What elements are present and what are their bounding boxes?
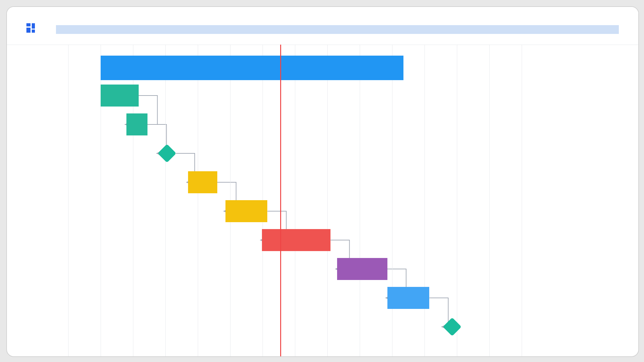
gantt-chart[interactable] [7,45,638,356]
gridline [295,45,295,356]
milestone-diamond-icon[interactable] [443,317,461,336]
task-bar[interactable] [262,229,330,251]
gridline [425,45,425,356]
task-bar[interactable] [188,171,217,193]
app-logo-icon [26,23,36,33]
milestone-diamond-icon[interactable] [158,144,176,162]
title-placeholder [56,25,619,34]
gantt-window [6,6,639,357]
task-bar[interactable] [126,113,147,135]
gridline [68,45,69,356]
task-bar[interactable] [225,200,268,222]
gridline [327,45,328,356]
gridline [522,45,522,356]
task-bar[interactable] [387,287,430,309]
gridline [198,45,198,356]
summary-bar[interactable] [101,56,403,80]
header [7,7,638,45]
task-bar[interactable] [337,258,387,280]
gridline [489,45,490,356]
gridline [392,45,392,356]
task-bar[interactable] [101,85,139,107]
gridline [360,45,360,356]
gridline [165,45,166,356]
today-marker [280,45,281,356]
gridline [457,45,457,356]
